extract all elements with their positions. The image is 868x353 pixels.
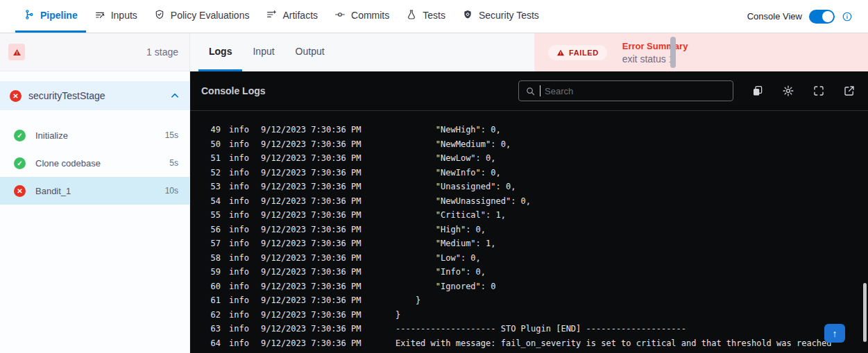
log-timestamp: 9/12/2023 7:30:36 PM — [261, 293, 362, 308]
log-line-number: 51 — [208, 151, 221, 166]
tab-label: Pipeline — [40, 10, 78, 21]
tab-tests[interactable]: Tests — [398, 0, 454, 33]
log-level: info — [229, 336, 250, 351]
warning-triangle-icon — [556, 49, 565, 57]
log-level: info — [229, 166, 250, 180]
chevron-up-icon[interactable] — [170, 91, 180, 101]
tab-label: Logs — [209, 46, 232, 57]
search-input[interactable] — [545, 86, 726, 96]
tab-input[interactable]: Input — [242, 33, 284, 71]
pipeline-execution-page: Pipeline Inputs Policy Evaluations Artif… — [0, 0, 868, 353]
console-log-output: 49 info 9/12/2023 7:30:36 PM "NewHigh": … — [190, 111, 868, 350]
tab-pipeline[interactable]: Pipeline — [15, 0, 86, 33]
log-line: 63 info 9/12/2023 7:30:36 PM -----------… — [208, 322, 868, 336]
check-icon: ✓ — [14, 130, 26, 141]
log-level: info — [229, 265, 250, 279]
log-level: info — [229, 236, 250, 251]
tab-output[interactable]: Output — [285, 33, 335, 71]
log-timestamp: 9/12/2023 7:30:36 PM — [261, 308, 362, 322]
log-level: info — [229, 137, 250, 152]
info-icon[interactable] — [842, 11, 853, 22]
log-line: 62 info 9/12/2023 7:30:36 PM } — [208, 308, 868, 322]
step-initialize[interactable]: ✓ Initialize 15s — [0, 121, 189, 149]
x-icon: ✕ — [14, 185, 26, 197]
log-line: 64 info 9/12/2023 7:30:36 PM Exited with… — [208, 336, 868, 351]
inputs-icon — [94, 9, 105, 22]
log-message: "NewLow": 0, — [395, 151, 496, 166]
tab-inputs[interactable]: Inputs — [86, 0, 146, 33]
stage-count-label: 1 stage — [146, 46, 178, 58]
log-search-box[interactable] — [518, 80, 733, 101]
toggle-knob — [822, 11, 833, 22]
fullscreen-icon[interactable] — [812, 85, 825, 97]
log-line: 57 info 9/12/2023 7:30:36 PM "Medium": 1… — [208, 236, 868, 251]
tab-label: Tests — [423, 10, 445, 21]
stage-failed-icon: ✕ — [10, 90, 22, 102]
log-line-number: 53 — [208, 180, 221, 194]
error-panel-scrollbar[interactable] — [670, 37, 676, 68]
log-timestamp: 9/12/2023 7:30:36 PM — [261, 137, 362, 152]
step-duration: 15s — [165, 130, 178, 140]
execution-nav-tabs: Pipeline Inputs Policy Evaluations Artif… — [15, 0, 547, 33]
log-line-number: 54 — [208, 194, 221, 209]
flask-icon — [406, 9, 417, 22]
step-details-panel: Logs Input Output FAILED Error Summary e… — [190, 33, 868, 353]
log-level: info — [229, 279, 250, 294]
log-line-number: 57 — [208, 236, 221, 251]
log-timestamp: 9/12/2023 7:30:36 PM — [261, 194, 362, 209]
log-line-number: 61 — [208, 293, 221, 308]
settings-gear-icon[interactable] — [782, 85, 794, 97]
log-timestamp: 9/12/2023 7:30:36 PM — [261, 322, 362, 336]
tab-label: Commits — [351, 10, 389, 21]
status-badge-failed: FAILED — [548, 45, 607, 60]
log-line-number: 63 — [208, 322, 221, 336]
log-message: "Unassigned": 0, — [395, 180, 516, 194]
log-line: 58 info 9/12/2023 7:30:36 PM "Low": 0, — [208, 251, 868, 266]
log-message: } — [395, 293, 420, 308]
step-clone-codebase[interactable]: ✓ Clone codebase 5s — [0, 149, 189, 177]
tab-logs[interactable]: Logs — [198, 33, 242, 71]
log-message: "NewUnassigned": 0, — [395, 194, 531, 209]
log-line-number: 55 — [208, 208, 221, 223]
log-timestamp: 9/12/2023 7:30:36 PM — [261, 208, 362, 223]
scroll-to-top-button[interactable]: ↑ — [824, 324, 845, 343]
console-scrollbar-thumb[interactable] — [863, 283, 867, 342]
log-message: "Low": 0, — [395, 251, 481, 266]
log-level: info — [229, 194, 250, 209]
log-message: "NewHigh": 0, — [395, 123, 501, 137]
error-summary-title: Error Summary — [622, 41, 688, 51]
log-line: 56 info 9/12/2023 7:30:36 PM "High": 0, — [208, 223, 868, 237]
log-message: "High": 0, — [395, 223, 486, 237]
log-line-number: 52 — [208, 166, 221, 180]
open-in-new-icon[interactable] — [843, 85, 856, 97]
log-message: -------------------- STO Plugin [END] --… — [395, 322, 686, 336]
log-line-number: 49 — [208, 123, 221, 137]
tab-artifacts[interactable]: Artifacts — [257, 0, 326, 33]
log-level: info — [229, 180, 250, 194]
tab-policy-evaluations[interactable]: Policy Evaluations — [146, 0, 258, 33]
log-level: info — [229, 123, 250, 137]
stage-row-securityteststage[interactable]: ✕ securityTestStage — [0, 81, 189, 110]
step-list: ✓ Initialize 15s ✓ Clone codebase 5s ✕ B… — [0, 121, 189, 205]
log-message: "Medium": 1, — [395, 236, 496, 251]
log-line-number: 60 — [208, 279, 221, 294]
console-view-toggle[interactable] — [809, 10, 835, 24]
log-line-number: 62 — [208, 308, 221, 322]
log-timestamp: 9/12/2023 7:30:36 PM — [261, 236, 362, 251]
error-summary-detail: exit status 1 — [622, 53, 688, 64]
step-duration: 5s — [169, 158, 178, 168]
log-message: "NewMedium": 0, — [395, 137, 511, 152]
list-plus-icon — [266, 9, 277, 22]
check-icon: ✓ — [14, 157, 26, 169]
log-timestamp: 9/12/2023 7:30:36 PM — [261, 265, 362, 279]
step-bandit-1[interactable]: ✕ Bandit_1 10s — [0, 177, 189, 205]
log-message: Exited with message: fail_on_severity is… — [395, 336, 832, 351]
step-detail-tabstrip: Logs Input Output FAILED Error Summary e… — [190, 33, 868, 71]
log-line: 50 info 9/12/2023 7:30:36 PM "NewMedium"… — [208, 137, 868, 152]
tab-security-tests[interactable]: Security Tests — [454, 0, 547, 33]
log-line-number: 50 — [208, 137, 221, 152]
copy-icon[interactable] — [751, 85, 764, 97]
failed-badge-label: FAILED — [569, 49, 599, 57]
pipeline-failed-warning-icon — [8, 44, 25, 60]
tab-commits[interactable]: Commits — [326, 0, 398, 33]
